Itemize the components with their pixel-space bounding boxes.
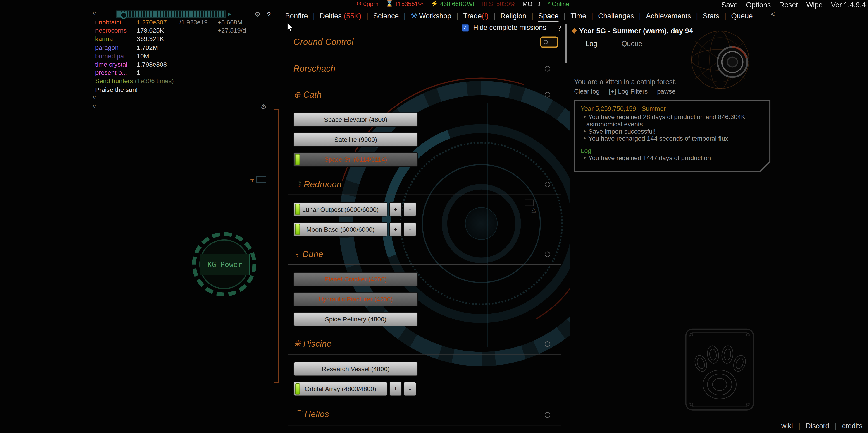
mouse-cursor (287, 22, 294, 35)
tab-badge: (55K) (342, 11, 361, 20)
send-hunters-link[interactable]: Send hunters (95, 78, 133, 84)
stepper-minus-button[interactable]: - (403, 202, 416, 217)
top-status: ⊙0ppm⌛1153551%⚡438.668GWtBLS: 5030%MOTD*… (356, 0, 569, 7)
hide-missions-checkbox[interactable]: ✓ (462, 24, 469, 31)
collapse-arrow-mid-2[interactable]: v (93, 103, 96, 109)
building-button[interactable]: Hydraulic Fracturer (4200) (293, 292, 418, 307)
building-button[interactable]: Moon Base (6000/6000) (293, 222, 388, 237)
resource-value: 1.702M (137, 44, 179, 52)
discord-link[interactable]: Discord (806, 422, 829, 430)
planet-toggle[interactable] (545, 252, 550, 257)
tab-stats[interactable]: Stats (703, 11, 719, 20)
tab-bonfire[interactable]: Bonfire (285, 11, 308, 20)
tab-space[interactable]: Space (538, 11, 559, 22)
tab-religion[interactable]: Religion (500, 11, 526, 20)
resource-max (180, 44, 218, 52)
building-label: Lunar Outpost (6000/6000) (302, 206, 379, 213)
planet-header[interactable]: Ground Control (288, 35, 561, 53)
tab-queue[interactable]: Queue (622, 40, 642, 48)
stepper-minus-button[interactable]: - (403, 222, 416, 237)
planet-name: ✳ Piscine (293, 339, 332, 349)
planet-header[interactable]: ⌒ Helios (288, 408, 561, 426)
status-label: BLS: 5030% (482, 0, 516, 7)
planet-toggle[interactable] (545, 92, 550, 97)
status-energy: ⚡438.668GWt (431, 0, 474, 7)
building-button[interactable]: Orbital Array (4800/4800) (293, 382, 388, 396)
right-panel-collapse[interactable]: < (771, 10, 775, 18)
building-button[interactable]: Planet Cracker (4200) (293, 272, 418, 287)
resource-rate (217, 60, 257, 69)
planet-toggle[interactable] (545, 341, 550, 347)
status-motd: MOTD (523, 0, 540, 7)
planet-name: Rorschach (293, 64, 336, 74)
help-icon-main[interactable]: ? (557, 24, 561, 32)
kittens-game-screen: △ v ▸ unobtaini...1.270e307/1.923e19+5.6… (0, 0, 868, 433)
credits-link[interactable]: credits (842, 422, 862, 430)
resource-name: karma (95, 35, 137, 44)
hide-missions-row: ✓ Hide complete missions ? (288, 22, 561, 33)
gear-icon-2[interactable]: ⚙ (261, 103, 267, 111)
nav-tabs: Bonfire|Deities (55K)|Science|⚒ Workshop… (285, 11, 753, 22)
building-button[interactable]: Lunar Outpost (6000/6000) (293, 202, 388, 217)
planet-header[interactable]: ⊕ Cath (288, 89, 561, 105)
kg-power-label[interactable]: KG Power (200, 254, 250, 275)
options-link[interactable]: Options (746, 0, 771, 9)
resource-row: present b...1 (95, 69, 257, 77)
planet-section-dune: ♄ DunePlanet Cracker (4200)Hydraulic Fra… (288, 248, 561, 328)
wipe-link[interactable]: Wipe (806, 0, 823, 9)
help-icon-top[interactable]: ? (267, 11, 271, 19)
gear-icon[interactable]: ⚙ (254, 10, 260, 18)
tab-science[interactable]: Science (373, 11, 399, 20)
tab-queue[interactable]: Queue (731, 11, 753, 20)
tab-trade[interactable]: Trade(!) (463, 11, 489, 20)
-log-filters-link[interactable]: [+] Log Filters (609, 88, 648, 95)
building-button[interactable]: Satellite (9000) (293, 133, 418, 147)
resource-name: time crystal (95, 60, 137, 69)
status-pollution: ⊙0ppm (356, 0, 378, 7)
tab-label: Science (373, 11, 399, 20)
resource-rate: +5.668M (217, 18, 257, 27)
tab-challenges[interactable]: Challenges (598, 11, 634, 20)
building-button[interactable]: Space Elevator (4800) (293, 113, 418, 127)
building-button[interactable]: Space St. (6114/6114) (293, 152, 418, 167)
tab-deities[interactable]: Deities (55K) (320, 11, 361, 20)
save-link[interactable]: Save (721, 0, 738, 9)
log-section-header: Log (581, 147, 764, 154)
building-row: Research Vessel (4800) (293, 362, 561, 376)
stepper-plus-button[interactable]: + (389, 382, 402, 396)
building-button[interactable]: Research Vessel (4800) (293, 362, 418, 376)
reset-link[interactable]: Reset (779, 0, 798, 9)
collapse-arrow-top[interactable]: v (93, 10, 96, 17)
planet-header[interactable]: Rorschach (288, 62, 561, 79)
log-content: Year 5,259,750,159 - Summer You have reg… (575, 102, 770, 171)
nav-separator: | (366, 11, 368, 20)
planet-header[interactable]: ☽ Redmoon (288, 178, 561, 195)
planet-toggle-highlighted[interactable] (540, 36, 558, 48)
tab-workshop[interactable]: ⚒ Workshop (411, 11, 452, 20)
planet-header[interactable]: ✳ Piscine (288, 338, 561, 354)
log-queue-tabs: LogQueue (586, 40, 642, 48)
collapse-arrow-mid-1[interactable]: v (93, 94, 96, 100)
planet-toggle[interactable] (545, 66, 550, 71)
tab-log[interactable]: Log (586, 40, 597, 48)
building-list: Research Vessel (4800)Orbital Array (480… (288, 355, 561, 398)
building-label: Space Elevator (4800) (324, 116, 388, 123)
tab-time[interactable]: Time (570, 11, 586, 20)
planet-toggle[interactable] (545, 412, 550, 417)
planet-name: ⊕ Cath (293, 90, 322, 99)
stepper-plus-button[interactable]: + (389, 222, 402, 237)
clear-log-link[interactable]: Clear log (574, 88, 600, 95)
tab-achievements[interactable]: Achievements (646, 11, 691, 20)
planet-header[interactable]: ♄ Dune (288, 248, 561, 265)
building-row: Satellite (9000) (293, 133, 561, 147)
planet-toggle[interactable] (545, 182, 550, 187)
progress-bar (295, 154, 300, 165)
pawse-link[interactable]: pawse (657, 88, 676, 95)
stepper-minus-button[interactable]: - (403, 382, 416, 396)
scrollbar-thumb[interactable] (565, 25, 567, 63)
praise-the-sun--link[interactable]: Praise the sun! (95, 86, 138, 93)
stepper-plus-button[interactable]: + (389, 202, 402, 217)
planet-section-rorschach: Rorschach (288, 62, 561, 79)
wiki-link[interactable]: wiki (781, 422, 793, 430)
building-button[interactable]: Spice Refinery (4800) (293, 312, 418, 326)
